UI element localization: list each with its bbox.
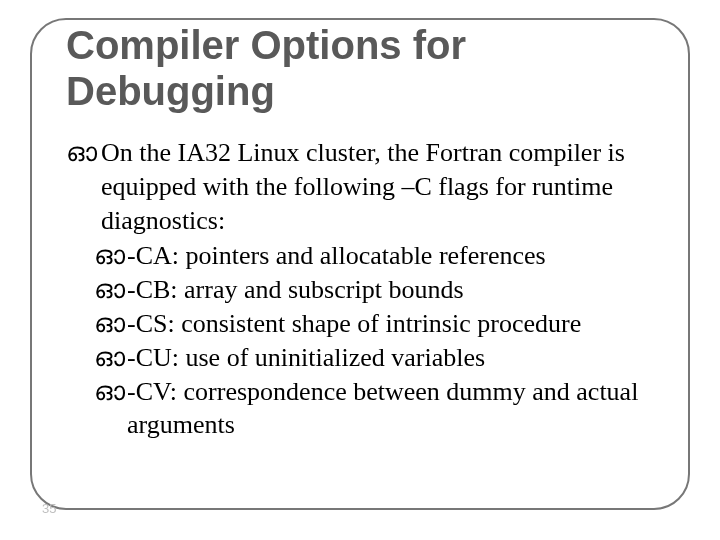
- bullet-icon: ഓ: [66, 136, 97, 170]
- bullet-icon: ഓ: [94, 341, 125, 375]
- slide-body: ഓ On the IA32 Linux cluster, the Fortran…: [66, 136, 654, 442]
- slide: Compiler Options for Debugging ഓ On the …: [0, 0, 720, 540]
- flag-text: -CA: pointers and allocatable references: [127, 239, 654, 273]
- bullet-icon: ഓ: [94, 273, 125, 307]
- list-item: ഓ -CB: array and subscript bounds: [94, 273, 654, 307]
- bullet-icon: ഓ: [94, 239, 125, 273]
- flag-text: -CV: correspondence between dummy and ac…: [127, 375, 654, 443]
- list-item: ഓ -CA: pointers and allocatable referenc…: [94, 239, 654, 273]
- flag-list: ഓ -CA: pointers and allocatable referenc…: [94, 239, 654, 442]
- flag-text: -CB: array and subscript bounds: [127, 273, 654, 307]
- intro-item: ഓ On the IA32 Linux cluster, the Fortran…: [66, 136, 654, 237]
- bullet-icon: ഓ: [94, 307, 125, 341]
- bullet-icon: ഓ: [94, 375, 125, 409]
- slide-title: Compiler Options for Debugging: [66, 22, 654, 114]
- list-item: ഓ -CU: use of uninitialized variables: [94, 341, 654, 375]
- slide-frame: Compiler Options for Debugging ഓ On the …: [30, 18, 690, 510]
- list-item: ഓ -CV: correspondence between dummy and …: [94, 375, 654, 443]
- flag-text: -CU: use of uninitialized variables: [127, 341, 654, 375]
- flag-text: -CS: consistent shape of intrinsic proce…: [127, 307, 654, 341]
- list-item: ഓ -CS: consistent shape of intrinsic pro…: [94, 307, 654, 341]
- intro-text: On the IA32 Linux cluster, the Fortran c…: [101, 136, 654, 237]
- page-number: 35: [42, 501, 56, 516]
